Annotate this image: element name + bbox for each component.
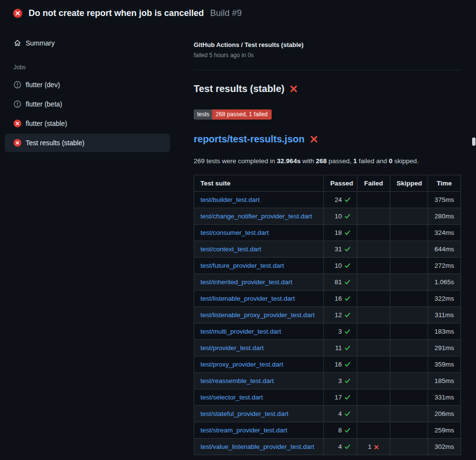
test-suite-row: test/future_provider_test.dart10272ms [194,258,461,274]
x-circle-icon [14,120,21,127]
passed-cell: 12 [324,307,357,323]
suite-link[interactable]: test/multi_provider_test.dart [200,328,281,335]
suite-link[interactable]: test/inherited_provider_test.dart [200,278,292,286]
failed-cell [357,274,390,291]
suite-link[interactable]: test/reassemble_test.dart [200,377,274,384]
build-number: Build #9 [210,8,242,18]
time-cell: 1.065s [428,274,461,291]
x-icon [374,445,379,450]
time-cell: 322ms [428,291,461,307]
suite-link[interactable]: test/change_notifier_provider_test.dart [200,213,312,220]
suite-link[interactable]: test/stateful_provider_test.dart [200,410,289,417]
sidebar-job-flutter-dev[interactable]: flutter (dev) [5,76,170,94]
skipped-cell [390,225,428,241]
time-cell: 183ms [428,323,461,340]
sidebar-item-summary[interactable]: Summary [5,34,170,52]
suite-link[interactable]: test/listenable_provider_test.dart [200,295,295,302]
section-title-text: Test results (stable) [194,83,284,94]
results-summary-line: 269 tests were completed in 32.964s with… [194,157,461,165]
suite-link[interactable]: test/selector_test.dart [200,394,263,401]
failed-cell [357,356,390,373]
test-suite-row: test/stateful_provider_test.dart4206ms [194,406,461,422]
skipped-cell [390,406,428,422]
test-suite-row: test/consumer_test.dart18324ms [194,225,461,241]
suite-link[interactable]: test/stream_provider_test.dart [200,427,287,434]
sidebar: Summary Jobs flutter (dev)flutter (beta)… [0,26,178,163]
summary-value: 0 [389,157,393,165]
check-icon [344,361,351,368]
section-title: Test results (stable) [194,83,461,94]
suite-cell: test/builder_test.dart [194,192,324,208]
sidebar-job-test-results-stable[interactable]: Test results (stable) [5,134,170,152]
table-header-row: Test suitePassedFailedSkippedTime [194,175,461,192]
check-icon [344,279,351,285]
time-cell: 311ms [428,307,461,323]
passed-count: 31 [335,245,342,253]
test-suite-row: test/selector_test.dart17331ms [194,389,461,406]
passed-count: 81 [335,278,342,286]
col-header-passed: Passed [324,175,357,192]
x-circle-icon [13,9,22,18]
check-icon [344,444,351,450]
skipped-cell [390,356,428,373]
summary-value: 32.964s [277,157,301,165]
run-status-line: failed 5 hours ago in 0s [194,52,461,59]
check-icon [344,312,351,318]
passed-count: 11 [335,344,342,352]
suite-link[interactable]: test/future_provider_test.dart [200,262,284,269]
badge-value: 268 passed, 1 failed [212,109,271,120]
skipped-cell [390,340,428,356]
suite-link[interactable]: test/context_test.dart [200,245,261,253]
passed-count: 4 [338,443,342,450]
failed-cell [357,307,390,323]
passed-cell: 17 [324,389,357,406]
passed-count: 3 [338,328,342,335]
suite-link[interactable]: test/proxy_provider_test.dart [200,361,283,368]
report-link[interactable]: reports/test-results.json [194,134,305,145]
summary-text: skipped. [393,157,419,165]
suite-cell: test/context_test.dart [194,241,324,258]
passed-cell: 10 [324,258,357,274]
time-cell: 324ms [428,225,461,241]
failed-cell [357,225,390,241]
failed-cell [357,258,390,274]
exclamation-circle-icon [14,100,21,108]
passed-cell: 31 [324,241,357,258]
suite-cell: test/stateful_provider_test.dart [194,406,324,422]
passed-count: 8 [338,427,342,434]
suite-link[interactable]: test/listenable_proxy_provider_test.dart [200,311,315,319]
time-cell: 291ms [428,340,461,356]
suite-cell: test/proxy_provider_test.dart [194,356,324,373]
suite-link[interactable]: test/consumer_test.dart [200,229,269,236]
suite-link[interactable]: test/value_listenable_provider_test.dart [200,443,314,450]
failed-cell [357,373,390,389]
skipped-cell [390,241,428,258]
x-circle-icon [14,139,21,147]
home-icon [14,39,21,47]
run-header: Do not create report when job is cancell… [0,0,476,26]
job-label: flutter (beta) [26,100,62,108]
check-icon [344,197,351,203]
time-cell: 302ms [428,439,461,455]
summary-text: with [301,157,316,165]
x-mark-icon [310,135,318,143]
time-cell: 331ms [428,389,461,406]
sidebar-job-flutter-beta[interactable]: flutter (beta) [5,95,170,113]
failed-cell [357,323,390,340]
job-label: flutter (stable) [26,120,67,127]
suite-link[interactable]: test/builder_test.dart [200,196,260,203]
passed-cell: 16 [324,291,357,307]
suite-link[interactable]: test/provider_test.dart [200,344,264,352]
time-cell: 206ms [428,406,461,422]
skipped-cell [390,323,428,340]
check-icon [344,262,351,269]
sidebar-job-flutter-stable[interactable]: flutter (stable) [5,114,170,133]
passed-cell: 11 [324,340,357,356]
scrollbar-thumb[interactable] [472,138,476,146]
suite-cell: test/value_listenable_provider_test.dart [194,439,324,455]
run-title: Do not create report when job is cancell… [29,8,204,18]
time-cell: 272ms [428,258,461,274]
test-suite-row: test/reassemble_test.dart3185ms [194,373,461,389]
breadcrumb: GitHub Actions / Test results (stable) [194,41,461,48]
suite-cell: test/change_notifier_provider_test.dart [194,208,324,225]
